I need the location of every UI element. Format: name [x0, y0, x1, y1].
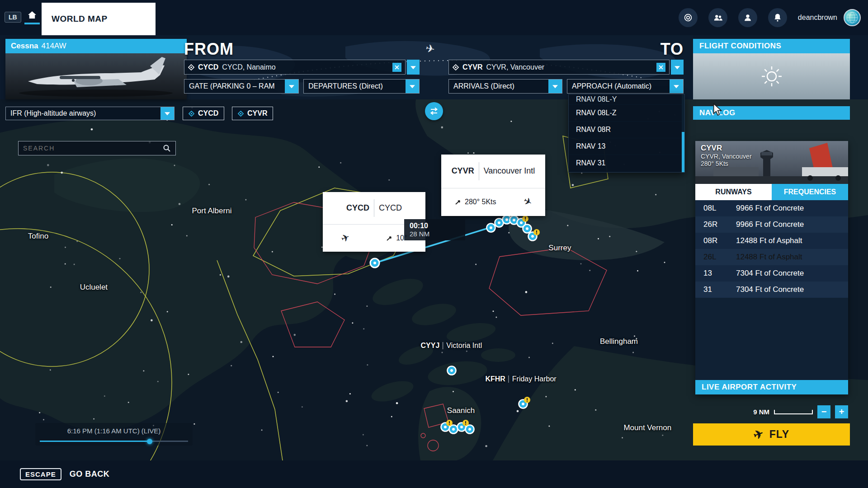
tab-runways-label: RUNWAYS — [715, 188, 751, 196]
cyvr-card-name: Vancouver Intl — [484, 166, 535, 176]
aircraft-make: Cessna — [11, 42, 38, 51]
approach-options: RNAV 08L-ZRNAV 08RRNAV 13RNAV 31 — [569, 105, 682, 172]
go-back-button[interactable]: GO BACK — [70, 469, 110, 479]
runway-row[interactable]: 26L 12488 Ft of Asphalt — [695, 249, 848, 265]
waypoint-icon — [189, 111, 194, 117]
aircraft-image — [5, 53, 187, 99]
airport-code: KFHR — [485, 375, 505, 383]
departures-dropdown[interactable]: DEPARTURES (Direct) — [303, 79, 420, 94]
runway-row[interactable]: 13 7304 Ft of Concrete — [695, 265, 848, 282]
live-airport-activity-header[interactable]: LIVE AIRPORT ACTIVITY — [695, 380, 848, 394]
time-slider-handle[interactable] — [147, 439, 152, 444]
waypoint-chip-cyvr[interactable]: CYVR — [232, 107, 273, 120]
approach-option[interactable]: RNAV 08L-Z — [569, 105, 682, 122]
clear-to-button[interactable] — [656, 63, 665, 72]
label-divider — [509, 375, 509, 383]
map-search[interactable] — [18, 141, 176, 155]
scrollbar-thumb[interactable] — [682, 132, 684, 172]
map-scale-controls: 9 NM − + — [740, 405, 848, 418]
bell-icon — [773, 13, 783, 23]
clear-from-button[interactable] — [392, 63, 401, 72]
approach-dropdown[interactable]: APPROACH (Automatic) — [567, 79, 684, 94]
avatar[interactable] — [844, 9, 861, 26]
approach-option-partial[interactable]: RNAV 08L-Y — [569, 94, 682, 105]
profile-button[interactable] — [738, 8, 757, 27]
sun-icon — [760, 65, 783, 88]
runway-surface: 7304 Ft of Concrete — [736, 269, 804, 278]
chevron-down-icon — [285, 80, 298, 93]
runway-id: 08L — [703, 204, 736, 213]
map-airport-label[interactable]: KFHR Friday Harbor — [485, 375, 556, 383]
approach-dropdown-value: APPROACH (Automatic) — [567, 80, 670, 93]
gate-dropdown-value: GATE (PARKING 0 – RAM — [184, 80, 285, 93]
waypoint-icon — [453, 64, 459, 70]
approach-option[interactable]: RNAV 08R — [569, 122, 682, 138]
map-city-label: Surrey — [548, 244, 571, 253]
selected-airport-panel: CYVR CYVR, Vancouver 280° 5Kts RUNWAYS F… — [695, 141, 848, 394]
activity-button[interactable] — [679, 8, 698, 27]
to-heading: TO — [660, 40, 684, 59]
approach-option[interactable]: RNAV 31 — [569, 155, 682, 172]
nav-log-header[interactable]: NAV LOG — [693, 106, 850, 120]
arrivals-dropdown[interactable]: ARRIVALS (Direct) — [448, 79, 562, 94]
active-tab-underline — [24, 23, 40, 24]
runway-id: 26R — [703, 220, 736, 229]
to-airport-code: CYVR — [462, 63, 482, 71]
runway-row[interactable]: 08R 12488 Ft of Asphalt — [695, 233, 848, 249]
escape-key-badge[interactable]: ESCAPE — [20, 468, 61, 480]
aircraft-selector-card[interactable]: Cessna 414AW — [5, 39, 187, 99]
runway-list: 08L 9966 Ft of Concrete 26R 9966 Ft of C… — [695, 200, 848, 298]
runway-surface: 12488 Ft of Asphalt — [736, 253, 802, 262]
globe-avatar-icon — [844, 10, 860, 25]
swap-from-to-button[interactable] — [425, 102, 443, 120]
runway-id: 31 — [703, 285, 736, 294]
arrival-plane-icon: ✈ — [521, 195, 534, 210]
tab-world-map[interactable]: WORLD MAP — [42, 3, 156, 35]
runway-row[interactable]: 08L 9966 Ft of Concrete — [695, 200, 848, 216]
list-scrollbar[interactable] — [682, 94, 684, 172]
home-button[interactable] — [24, 10, 41, 31]
fly-button[interactable]: ✈ FLY — [693, 423, 850, 446]
time-slider-fill — [40, 441, 150, 442]
cyvr-wind-value: 280° 5Kts — [465, 198, 496, 206]
profile-icon — [743, 13, 753, 23]
runway-id: 13 — [703, 269, 736, 278]
runway-row[interactable]: 26R 9966 Ft of Concrete — [695, 216, 848, 233]
cyvr-map-card[interactable]: CYVR Vancouver Intl 280° 5Kts ✈ — [441, 155, 545, 216]
waypoint-icon — [188, 64, 194, 70]
friends-icon — [713, 13, 723, 23]
home-icon — [27, 10, 38, 20]
route-type-dropdown[interactable]: IFR (High-altitude airways) — [5, 107, 175, 120]
runway-row[interactable]: 31 7304 Ft of Concrete — [695, 282, 848, 298]
map-city-label: Saanich — [447, 406, 475, 415]
from-dropdown-button[interactable] — [407, 60, 420, 75]
friends-button[interactable] — [708, 8, 727, 27]
card-divider — [374, 199, 374, 217]
search-input[interactable] — [23, 145, 163, 152]
gate-dropdown[interactable]: GATE (PARKING 0 – RAM — [184, 79, 299, 94]
zoom-in-button[interactable]: + — [835, 405, 848, 418]
zoom-out-button[interactable]: − — [817, 405, 830, 418]
from-heading: FROM — [184, 40, 234, 59]
waypoint-chip-cycd[interactable]: CYCD — [183, 107, 224, 120]
departure-plane-icon: ✈ — [339, 231, 351, 245]
tab-frequencies[interactable]: FREQUENCIES — [772, 184, 848, 200]
cycd-waypoint-marker[interactable] — [370, 258, 379, 267]
time-slider-track[interactable] — [40, 441, 188, 442]
flight-conditions-title: FLIGHT CONDITIONS — [699, 42, 781, 51]
time-slider[interactable]: 6:16 PM (1:16 AM UTC) (LIVE) — [35, 423, 193, 446]
from-airport-field[interactable]: CYCD CYCD, Nanaimo — [184, 60, 406, 75]
airport-photo: CYVR CYVR, Vancouver 280° 5Kts — [695, 141, 848, 184]
airport-name: Friday Harbor — [512, 375, 557, 383]
username: deancbrown — [798, 14, 837, 22]
tab-runways[interactable]: RUNWAYS — [695, 184, 772, 200]
flight-conditions-header[interactable]: FLIGHT CONDITIONS — [693, 39, 850, 53]
card-divider — [479, 162, 479, 181]
map-airport-label[interactable]: CYYJ Victoria Intl — [421, 342, 482, 350]
notifications-button[interactable] — [768, 8, 787, 27]
live-airport-activity-title: LIVE AIRPORT ACTIVITY — [702, 383, 797, 392]
to-dropdown-button[interactable] — [671, 60, 684, 75]
approach-option[interactable]: RNAV 13 — [569, 138, 682, 155]
airport-name: Victoria Intl — [446, 342, 482, 350]
to-airport-field[interactable]: CYVR CYVR, Vancouver — [448, 60, 670, 75]
